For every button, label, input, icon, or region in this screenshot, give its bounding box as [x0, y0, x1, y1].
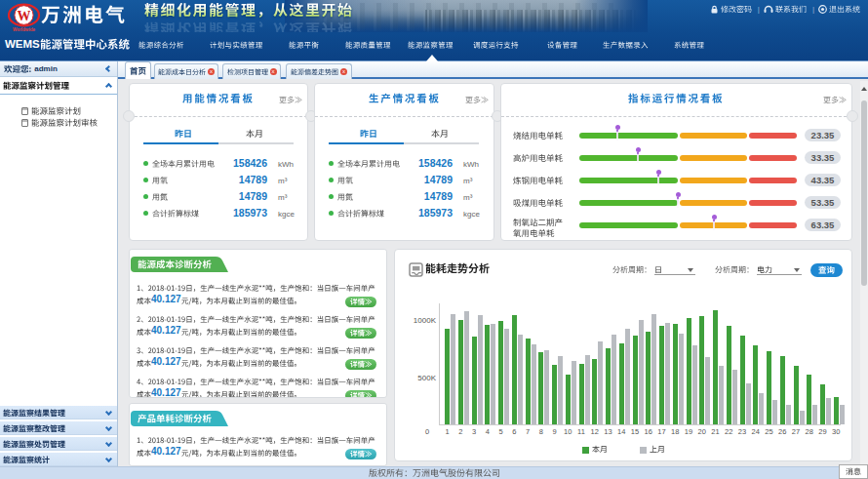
svg-text:Worldwide: Worldwide: [13, 27, 36, 32]
svg-text:W: W: [18, 9, 31, 23]
